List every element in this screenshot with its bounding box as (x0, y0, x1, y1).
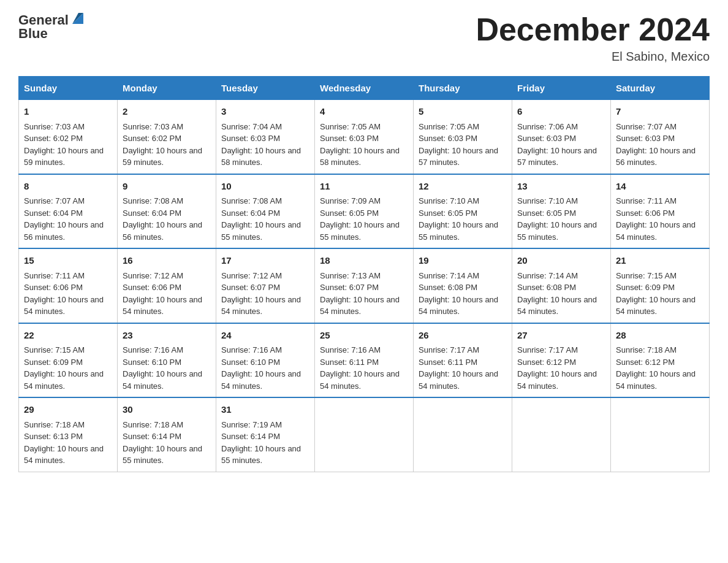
calendar-cell (512, 397, 611, 472)
calendar-cell: 15Sunrise: 7:11 AMSunset: 6:06 PMDayligh… (19, 248, 118, 323)
sunset-text: Sunset: 6:12 PM (517, 356, 605, 369)
sunset-text: Sunset: 6:14 PM (221, 431, 309, 443)
sunset-text: Sunset: 6:10 PM (123, 356, 211, 369)
daylight-text: Daylight: 10 hours and 56 minutes. (616, 145, 704, 169)
sunrise-text: Sunrise: 7:15 AM (24, 344, 112, 356)
sunrise-text: Sunrise: 7:07 AM (24, 195, 112, 207)
sunrise-text: Sunrise: 7:06 AM (517, 121, 605, 133)
calendar-cell: 24Sunrise: 7:16 AMSunset: 6:10 PMDayligh… (216, 323, 315, 398)
sunset-text: Sunset: 6:03 PM (517, 132, 605, 145)
sunset-text: Sunset: 6:03 PM (221, 132, 309, 145)
daylight-text: Daylight: 10 hours and 58 minutes. (320, 145, 408, 169)
calendar-cell (611, 397, 710, 472)
day-number: 21 (616, 254, 704, 268)
daylight-text: Daylight: 10 hours and 54 minutes. (616, 219, 704, 243)
calendar-cell: 11Sunrise: 7:09 AMSunset: 6:05 PMDayligh… (315, 174, 414, 249)
sunrise-text: Sunrise: 7:08 AM (123, 195, 211, 207)
sunrise-text: Sunrise: 7:07 AM (616, 121, 704, 133)
daylight-text: Daylight: 10 hours and 55 minutes. (221, 219, 309, 243)
day-number: 26 (419, 329, 507, 343)
day-number: 15 (24, 254, 112, 268)
sunrise-text: Sunrise: 7:19 AM (221, 419, 309, 431)
sunset-text: Sunset: 6:10 PM (221, 356, 309, 369)
calendar-cell: 25Sunrise: 7:16 AMSunset: 6:11 PMDayligh… (315, 323, 414, 398)
sunrise-text: Sunrise: 7:11 AM (24, 270, 112, 282)
sunset-text: Sunset: 6:02 PM (24, 132, 112, 145)
sunrise-text: Sunrise: 7:10 AM (517, 195, 605, 207)
day-number: 16 (123, 254, 211, 268)
daylight-text: Daylight: 10 hours and 54 minutes. (419, 294, 507, 318)
calendar-week-row-3: 15Sunrise: 7:11 AMSunset: 6:06 PMDayligh… (19, 248, 710, 323)
calendar-week-row-4: 22Sunrise: 7:15 AMSunset: 6:09 PMDayligh… (19, 323, 710, 398)
day-number: 23 (123, 329, 211, 343)
calendar-week-row-1: 1Sunrise: 7:03 AMSunset: 6:02 PMDaylight… (19, 100, 710, 174)
calendar-header-sunday: Sunday (19, 77, 118, 100)
calendar-week-row-5: 29Sunrise: 7:18 AMSunset: 6:13 PMDayligh… (19, 397, 710, 472)
daylight-text: Daylight: 10 hours and 59 minutes. (123, 145, 211, 169)
sunset-text: Sunset: 6:09 PM (616, 282, 704, 294)
calendar-header-wednesday: Wednesday (315, 77, 414, 100)
sunset-text: Sunset: 6:06 PM (24, 282, 112, 294)
daylight-text: Daylight: 10 hours and 54 minutes. (123, 368, 211, 392)
sunset-text: Sunset: 6:05 PM (320, 207, 408, 220)
sunrise-text: Sunrise: 7:10 AM (419, 195, 507, 207)
day-number: 31 (221, 403, 309, 417)
sunset-text: Sunset: 6:11 PM (419, 356, 507, 369)
sunrise-text: Sunrise: 7:17 AM (419, 344, 507, 356)
calendar-header-row: SundayMondayTuesdayWednesdayThursdayFrid… (19, 77, 710, 100)
sunset-text: Sunset: 6:04 PM (123, 207, 211, 220)
daylight-text: Daylight: 10 hours and 54 minutes. (24, 368, 112, 392)
sunset-text: Sunset: 6:08 PM (517, 282, 605, 294)
sunset-text: Sunset: 6:07 PM (320, 282, 408, 294)
logo: General Blue (18, 12, 86, 42)
daylight-text: Daylight: 10 hours and 57 minutes. (419, 145, 507, 169)
daylight-text: Daylight: 10 hours and 54 minutes. (616, 368, 704, 392)
calendar-cell: 7Sunrise: 7:07 AMSunset: 6:03 PMDaylight… (611, 100, 710, 174)
sunrise-text: Sunrise: 7:03 AM (24, 121, 112, 133)
calendar-cell: 10Sunrise: 7:08 AMSunset: 6:04 PMDayligh… (216, 174, 315, 249)
day-number: 9 (123, 180, 211, 194)
sunset-text: Sunset: 6:11 PM (320, 356, 408, 369)
calendar-cell: 18Sunrise: 7:13 AMSunset: 6:07 PMDayligh… (315, 248, 414, 323)
sunrise-text: Sunrise: 7:17 AM (517, 344, 605, 356)
daylight-text: Daylight: 10 hours and 54 minutes. (221, 368, 309, 392)
sunset-text: Sunset: 6:13 PM (24, 431, 112, 443)
sunset-text: Sunset: 6:04 PM (221, 207, 309, 220)
calendar-cell: 31Sunrise: 7:19 AMSunset: 6:14 PMDayligh… (216, 397, 315, 472)
day-number: 11 (320, 180, 408, 194)
calendar-cell (315, 397, 414, 472)
calendar-cell: 26Sunrise: 7:17 AMSunset: 6:11 PMDayligh… (414, 323, 512, 398)
calendar-header-saturday: Saturday (611, 77, 710, 100)
daylight-text: Daylight: 10 hours and 54 minutes. (123, 294, 211, 318)
day-number: 10 (221, 180, 309, 194)
calendar-cell: 20Sunrise: 7:14 AMSunset: 6:08 PMDayligh… (512, 248, 611, 323)
day-number: 28 (616, 329, 704, 343)
sunrise-text: Sunrise: 7:04 AM (221, 121, 309, 133)
daylight-text: Daylight: 10 hours and 54 minutes. (221, 294, 309, 318)
calendar-cell: 3Sunrise: 7:04 AMSunset: 6:03 PMDaylight… (216, 100, 315, 174)
logo-icon (70, 10, 86, 26)
day-number: 29 (24, 403, 112, 417)
day-number: 1 (24, 105, 112, 119)
daylight-text: Daylight: 10 hours and 54 minutes. (616, 294, 704, 318)
sunrise-text: Sunrise: 7:18 AM (123, 419, 211, 431)
day-number: 25 (320, 329, 408, 343)
sunrise-text: Sunrise: 7:18 AM (24, 419, 112, 431)
daylight-text: Daylight: 10 hours and 55 minutes. (419, 219, 507, 243)
calendar-cell: 28Sunrise: 7:18 AMSunset: 6:12 PMDayligh… (611, 323, 710, 398)
daylight-text: Daylight: 10 hours and 56 minutes. (24, 219, 112, 243)
location-text: El Sabino, Mexico (476, 50, 710, 64)
calendar-header-friday: Friday (512, 77, 611, 100)
daylight-text: Daylight: 10 hours and 54 minutes. (517, 368, 605, 392)
daylight-text: Daylight: 10 hours and 54 minutes. (419, 368, 507, 392)
daylight-text: Daylight: 10 hours and 57 minutes. (517, 145, 605, 169)
day-number: 19 (419, 254, 507, 268)
sunset-text: Sunset: 6:03 PM (419, 132, 507, 145)
daylight-text: Daylight: 10 hours and 55 minutes. (320, 219, 408, 243)
daylight-text: Daylight: 10 hours and 54 minutes. (24, 294, 112, 318)
sunset-text: Sunset: 6:03 PM (616, 132, 704, 145)
page-header: General Blue December 2024 El Sabino, Me… (18, 12, 710, 64)
calendar-cell: 19Sunrise: 7:14 AMSunset: 6:08 PMDayligh… (414, 248, 512, 323)
sunrise-text: Sunrise: 7:18 AM (616, 344, 704, 356)
calendar-cell: 29Sunrise: 7:18 AMSunset: 6:13 PMDayligh… (19, 397, 118, 472)
